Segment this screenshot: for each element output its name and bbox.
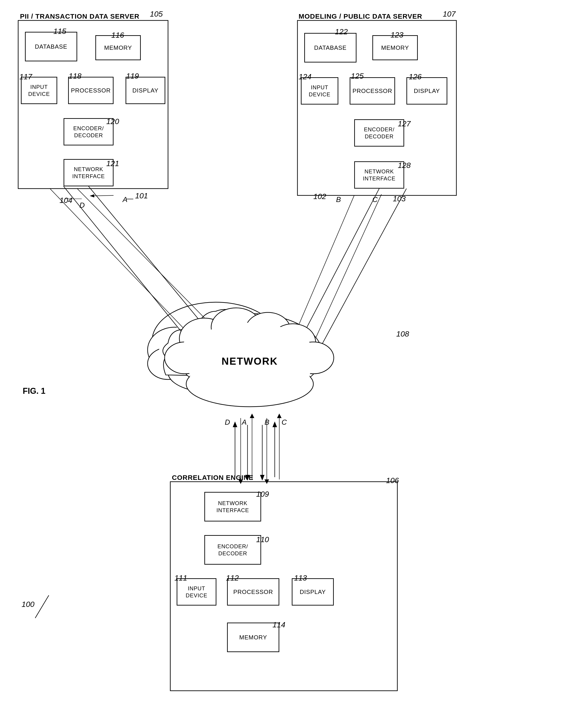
pii-database-box: DATABASE [25,32,77,61]
svg-line-45 [35,595,49,618]
conn-c-ref-top: 103 [393,194,406,203]
pii-network-interface-box: NETWORKINTERFACE [63,159,113,186]
pii-processor-box: PROCESSOR [68,77,113,104]
ce-display-ref: 113 [294,573,307,582]
modeling-input-device-box: INPUTDEVICE [301,77,338,105]
pii-memory-ref: 116 [111,31,124,40]
modeling-network-interface-ref: 128 [398,161,411,170]
ce-processor-ref: 112 [226,573,239,582]
svg-point-55 [183,331,226,365]
arrows-svg [0,0,579,728]
pii-encoder-ref: 120 [106,117,119,126]
modeling-input-device-ref: 124 [299,72,311,81]
svg-point-9 [214,348,264,384]
svg-line-33 [298,189,379,345]
svg-line-16 [50,189,202,348]
svg-line-18 [313,194,382,343]
correlation-engine-ref: 106 [386,476,399,485]
svg-line-17 [293,196,354,339]
modeling-processor-ref: 125 [351,72,364,80]
svg-text:NETWORK: NETWORK [222,356,278,367]
svg-point-10 [168,352,264,393]
svg-marker-27 [219,335,225,339]
svg-point-54 [184,323,315,395]
svg-point-57 [190,359,310,398]
conn-a-ref-top: 101 [135,191,148,200]
svg-point-46 [177,314,323,395]
svg-point-14 [175,350,256,382]
ce-input-device-ref: 111 [174,573,187,582]
conn-b-label-top: B [336,196,341,204]
pii-encoder-box: ENCODER/DECODER [63,118,113,146]
svg-point-47 [180,318,229,359]
ce-network-interface-ref: 109 [256,490,269,498]
ref-100: 100 [22,600,34,609]
pii-processor-ref: 118 [68,72,82,80]
svg-marker-34 [296,343,301,348]
svg-marker-29 [218,343,222,348]
modeling-network-interface-box: NETWORKINTERFACE [354,161,404,189]
conn-c-label-top: C [373,196,378,204]
ce-encoder-box: ENCODER/DECODER [204,535,261,565]
conn-d-label-top: D [80,201,85,209]
svg-marker-22 [250,414,254,418]
ce-network-interface-box: NETWORKINTERFACE [204,492,261,521]
svg-marker-32 [90,194,94,198]
svg-point-4 [147,327,202,373]
pii-server-title: PII / TRANSACTION DATA SERVER [20,12,139,20]
svg-line-15 [77,189,222,336]
svg-line-35 [320,189,407,348]
svg-point-8 [168,348,218,384]
modeling-encoder-ref: 127 [398,119,411,128]
ce-input-device-box: INPUTDEVICE [177,578,216,605]
diagram-container: PII / TRANSACTION DATA SERVER 105 DATABA… [0,0,579,728]
conn-b-bottom: B [265,418,269,426]
svg-line-28 [88,186,220,345]
fig-label: FIG. 1 [23,386,46,396]
svg-marker-43 [273,421,277,427]
pii-input-device-ref: 117 [19,72,32,81]
modeling-display-box: DISPLAY [407,77,447,105]
svg-point-53 [186,361,313,407]
ce-processor-box: PROCESSOR [227,578,279,605]
svg-line-31 [93,196,113,196]
conn-d-ref-top: 104 [59,196,73,205]
ce-memory-ref: 114 [273,620,285,629]
svg-line-30 [63,186,200,355]
svg-point-12 [159,339,204,375]
ce-memory-box: MEMORY [227,623,279,652]
pii-display-box: DISPLAY [126,77,165,104]
svg-point-11 [159,318,273,386]
modeling-processor-box: PROCESSOR [350,77,395,105]
correlation-engine-title: CORRELATION ENGINE [172,474,253,482]
modeling-server-title: MODELING / PUBLIC DATA SERVER [299,12,422,20]
pii-display-ref: 119 [126,72,139,80]
conn-a-line-top: — [126,194,133,203]
pii-database-ref: 115 [53,27,66,36]
conn-a-bottom: A [242,418,247,426]
diagram-svg [0,0,579,728]
pii-network-interface-ref: 121 [106,159,119,168]
svg-point-6 [147,348,189,380]
network-ref: 108 [396,330,409,338]
modeling-database-ref: 122 [335,27,348,36]
modeling-memory-ref: 123 [390,30,404,39]
modeling-display-ref: 126 [409,72,422,81]
svg-marker-37 [233,421,237,427]
conn-b-ref-top: 102 [313,192,326,201]
modeling-server-ref: 107 [443,9,456,19]
ce-display-box: DISPLAY [292,578,334,605]
svg-point-52 [293,342,334,374]
svg-point-51 [165,342,205,374]
pii-server-ref: 105 [150,9,163,19]
modeling-encoder-box: ENCODER/DECODER [354,119,404,147]
modeling-database-box: DATABASE [304,33,357,62]
ce-encoder-ref: 110 [256,535,269,544]
svg-point-5 [229,326,284,371]
svg-marker-41 [260,475,265,480]
conn-d-bottom: D [225,418,230,426]
svg-marker-26 [277,414,281,418]
svg-point-7 [243,346,284,378]
svg-marker-24 [265,479,269,484]
network-cloud: NETWORK [159,298,340,425]
